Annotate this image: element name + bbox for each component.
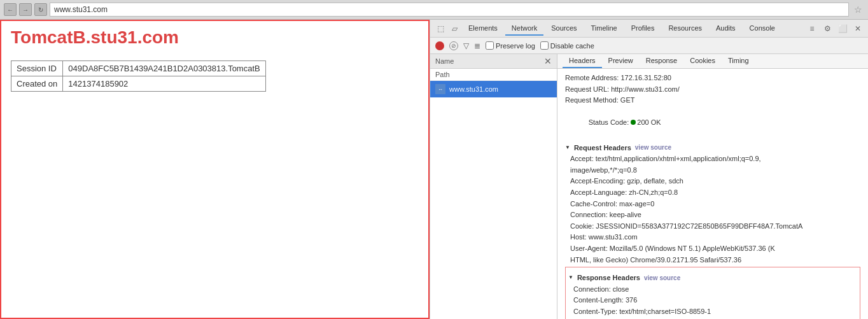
- forward-button[interactable]: →: [19, 3, 32, 16]
- filter-icon[interactable]: ▽: [463, 41, 469, 50]
- disable-cache-checkbox[interactable]: Disable cache: [540, 41, 594, 50]
- response-headers-section: ▼ Response Headers view source Connectio…: [565, 267, 860, 319]
- tab-timing[interactable]: Timing: [722, 54, 755, 68]
- list-icon[interactable]: ≣: [474, 41, 480, 50]
- request-headers-section: ▼ Request Headers view source: [565, 143, 860, 154]
- remote-address: Remote Address: 172.16.31.52:80: [565, 73, 860, 84]
- session-id-value: 049DA8FC5B7B1439A241B1D2A0303813.TomcatB: [63, 61, 265, 76]
- headers-tabs: Headers Preview Response Cookies Timing: [557, 54, 868, 69]
- dock-icon[interactable]: ≡: [806, 22, 818, 35]
- accept-encoding-header: Accept-Encoding: gzip, deflate, sdch: [570, 176, 860, 187]
- tab-network[interactable]: Network: [505, 22, 543, 36]
- main-area: TomcatB.stu31.com Session ID 049DA8FC5B7…: [0, 20, 868, 319]
- more-icon[interactable]: ⬜: [836, 22, 849, 35]
- status-code: Status Code: 200 OK: [565, 106, 860, 140]
- devtools-body: Name ✕ Path ↔ www.stu31.com Headers Prev…: [430, 54, 868, 319]
- request-url: Request URL: http://www.stu31.com/: [565, 84, 860, 96]
- tab-console[interactable]: Console: [743, 22, 781, 36]
- tab-audits[interactable]: Audits: [710, 22, 742, 36]
- devtools-toolbar: ⬚ ▱ Elements Network Sources Timeline Pr…: [430, 20, 868, 38]
- tab-sources[interactable]: Sources: [545, 22, 583, 36]
- close-panel-icon[interactable]: ✕: [544, 56, 552, 66]
- mobile-icon[interactable]: ▱: [448, 22, 461, 35]
- request-type-icon: ↔: [435, 84, 445, 94]
- path-column-header: Path: [430, 69, 557, 81]
- browser-chrome: ← → ↻ ☆: [0, 0, 868, 20]
- network-list: Name ✕ Path ↔ www.stu31.com: [430, 54, 557, 319]
- page-title: TomcatB.stu31.com: [11, 27, 419, 48]
- headers-content: Remote Address: 172.16.31.52:80 Request …: [557, 69, 868, 319]
- address-bar[interactable]: [50, 3, 849, 17]
- accept-header: Accept: text/html,application/xhtml+xml,…: [570, 153, 860, 165]
- table-row: Session ID 049DA8FC5B7B1439A241B1D2A0303…: [11, 61, 266, 76]
- view-source-response-link[interactable]: view source: [644, 273, 680, 283]
- resp-content-length: Content-Length: 376: [573, 295, 857, 306]
- network-request-item[interactable]: ↔ www.stu31.com: [430, 81, 557, 97]
- request-method: Request Method: GET: [565, 95, 860, 106]
- devtools-right-icons: ≡ ⚙ ⬜ ✕: [806, 22, 864, 35]
- tab-timeline[interactable]: Timeline: [585, 22, 624, 36]
- resp-content-type: Content-Type: text/html;charset=ISO-8859…: [573, 306, 857, 318]
- session-table: Session ID 049DA8FC5B7B1439A241B1D2A0303…: [11, 60, 266, 92]
- inspect-element-icon[interactable]: ⬚: [434, 22, 447, 35]
- devtools-actions-bar: ⊘ ▽ ≣ Preserve log Disable cache: [430, 38, 868, 54]
- accept-header-cont: image/webp,*/*;q=0.8: [570, 165, 860, 176]
- accept-language-header: Accept-Language: zh-CN,zh;q=0.8: [570, 187, 860, 199]
- response-headers-body: Connection: close Content-Length: 376 Co…: [568, 284, 857, 319]
- table-row: Created on 1421374185902: [11, 76, 266, 92]
- user-agent-header-cont: HTML, like Gecko) Chrome/39.0.2171.95 Sa…: [570, 255, 860, 266]
- tab-profiles[interactable]: Profiles: [625, 22, 661, 36]
- triangle-icon: ▼: [565, 144, 570, 152]
- preserve-log-checkbox[interactable]: Preserve log: [486, 41, 535, 50]
- status-green-icon: [631, 120, 636, 125]
- tab-preview[interactable]: Preview: [602, 54, 640, 68]
- back-button[interactable]: ←: [4, 3, 17, 16]
- tab-resources[interactable]: Resources: [662, 22, 708, 36]
- webpage-content: TomcatB.stu31.com Session ID 049DA8FC5B7…: [0, 20, 430, 319]
- request-headers-body: Accept: text/html,application/xhtml+xml,…: [565, 153, 860, 266]
- triangle-icon: ▼: [568, 274, 573, 282]
- headers-panel: Headers Preview Response Cookies Timing …: [557, 54, 868, 319]
- browser-toolbar: ← → ↻ ☆: [0, 0, 868, 19]
- request-url: www.stu31.com: [449, 85, 498, 93]
- cookie-header: Cookie: JSESSIONID=5583A377192C72E850B65…: [570, 221, 860, 232]
- created-label: Created on: [11, 76, 63, 92]
- view-source-link[interactable]: view source: [635, 143, 671, 153]
- stop-button[interactable]: ⊘: [449, 41, 458, 50]
- devtools-panel: ⬚ ▱ Elements Network Sources Timeline Pr…: [430, 20, 868, 319]
- response-headers-label: ▼ Response Headers view source: [568, 273, 857, 284]
- cache-control-header: Cache-Control: max-age=0: [570, 199, 860, 210]
- name-column-header: Name: [435, 57, 454, 65]
- network-list-header: Name ✕: [430, 54, 557, 69]
- tab-elements[interactable]: Elements: [462, 22, 504, 36]
- bookmark-icon[interactable]: ☆: [851, 3, 864, 16]
- resp-connection: Connection: close: [573, 284, 857, 295]
- user-agent-header: User-Agent: Mozilla/5.0 (Windows NT 5.1)…: [570, 243, 860, 255]
- connection-header: Connection: keep-alive: [570, 209, 860, 221]
- close-devtools-icon[interactable]: ✕: [851, 22, 864, 35]
- settings-icon[interactable]: ⚙: [821, 22, 834, 35]
- tab-response[interactable]: Response: [640, 54, 684, 68]
- created-value: 1421374185902: [63, 76, 265, 92]
- tab-headers[interactable]: Headers: [563, 54, 602, 68]
- host-header: Host: www.stu31.com: [570, 232, 860, 243]
- tab-cookies[interactable]: Cookies: [683, 54, 722, 68]
- refresh-button[interactable]: ↻: [34, 3, 47, 16]
- session-id-label: Session ID: [11, 61, 63, 76]
- record-button[interactable]: [435, 41, 444, 50]
